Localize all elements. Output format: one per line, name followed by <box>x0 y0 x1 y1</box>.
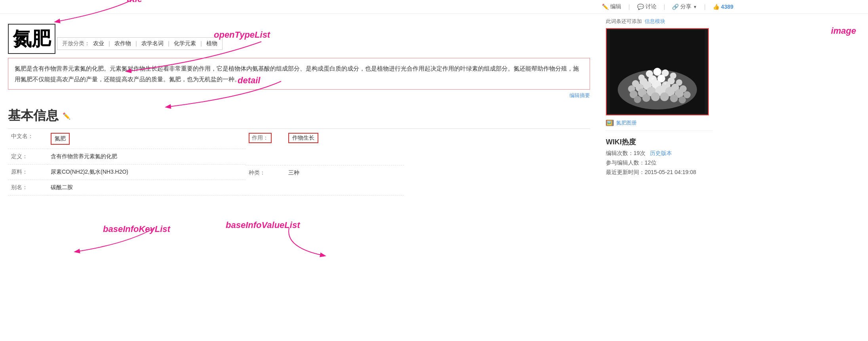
svg-point-28 <box>642 94 650 102</box>
value-material: 尿素CO(NH2)2,氨水(NH3.H2O) <box>48 165 246 180</box>
detail-box: 氮肥是含有作物营养元素氮的化肥。元素氮对作物生长起着非常重要的作用，它是植物体内… <box>8 58 590 90</box>
key-definition: 定义： <box>8 149 48 165</box>
open-type-label: 开放分类： <box>62 40 90 47</box>
annotation-value-list: baseInfoValueList <box>226 220 300 230</box>
info-module-link[interactable]: 信息模块 <box>645 18 665 24</box>
value-effect: 作物生长 <box>285 129 404 165</box>
value-alias: 碳酰二胺 <box>48 180 246 195</box>
open-type-item-0[interactable]: 农业 <box>93 40 104 47</box>
gallery-icon: 🖼️ <box>606 120 614 126</box>
key-chinese-name: 中文名： <box>8 129 48 149</box>
detail-text: 氮肥是含有作物营养元素氮的化肥。元素氮对作物生长起着非常重要的作用，它是植物体内… <box>15 65 579 82</box>
sep1: ｜ <box>133 40 139 47</box>
edit-button[interactable]: ✏️ 编辑 <box>602 3 621 10</box>
base-info-table-right: 作用： 作物生长 种类： 三种 <box>246 129 404 195</box>
edit-summary-link[interactable]: 编辑摘要 <box>8 92 590 99</box>
gallery-link[interactable]: 🖼️ 氮肥图册 <box>606 119 713 131</box>
svg-point-29 <box>651 92 660 101</box>
svg-point-33 <box>651 77 654 80</box>
arrow-key-list <box>8 216 285 264</box>
key-material: 原料： <box>8 165 48 180</box>
editors-count-row: 参与编辑人数：12位 <box>606 159 713 167</box>
key-type: 种类： <box>246 165 285 195</box>
toolbar-sep3: | <box>704 4 706 10</box>
svg-point-31 <box>670 94 678 102</box>
key-effect: 作用： <box>246 129 285 165</box>
like-button[interactable]: 👍 4389 <box>713 4 733 10</box>
open-type-bar: 开放分类： 农业 ｜ 农作物 ｜ 农学名词 ｜ 化学元素 ｜ 植物 <box>57 37 223 50</box>
sidebar-notice: 此词条还可添加 信息模块 <box>606 18 713 25</box>
annotation-image: image <box>831 26 856 36</box>
wiki-heat-section: WIKI热度 编辑次数：19次 历史版本 参与编辑人数：12位 最近更新时间：2… <box>606 137 713 176</box>
svg-point-4 <box>653 68 661 76</box>
section-edit-icon[interactable]: ✏️ <box>63 112 70 120</box>
sep2: ｜ <box>166 40 171 47</box>
key-alias: 别名： <box>8 180 48 195</box>
sep3: ｜ <box>198 40 204 47</box>
svg-point-30 <box>660 92 669 101</box>
chat-icon: 💬 <box>637 4 644 10</box>
toolbar-sep1: | <box>628 4 630 10</box>
share-button[interactable]: 🔗 分享 ▼ <box>672 3 697 10</box>
annotation-key-list: baseInfoKeyList <box>103 224 170 234</box>
page-title: 氮肥 <box>8 24 55 54</box>
history-link[interactable]: 历史版本 <box>650 150 672 157</box>
edit-count-row: 编辑次数：19次 历史版本 <box>606 150 713 157</box>
svg-point-27 <box>634 96 641 103</box>
last-update-row: 最近更新时间：2015-05-21 04:19:08 <box>606 169 713 176</box>
open-type-item-1[interactable]: 农作物 <box>114 40 131 47</box>
open-type-item-4[interactable]: 植物 <box>206 40 217 47</box>
pencil-icon: ✏️ <box>602 4 609 10</box>
right-sidebar: 此词条还可添加 信息模块 image <box>602 18 713 195</box>
section-title: 基本信息 ✏️ <box>8 107 590 125</box>
svg-point-34 <box>660 76 661 78</box>
value-chinese-name: 氮肥 <box>48 129 246 149</box>
dropdown-arrow: ▼ <box>693 5 697 9</box>
svg-point-35 <box>664 83 666 85</box>
open-type-item-2[interactable]: 农学名词 <box>141 40 164 47</box>
toolbar-sep2: | <box>664 4 665 10</box>
share-icon: 🔗 <box>672 4 679 10</box>
base-info-table-left: 中文名： 氮肥 定义： 含有作物营养元素氮的化肥 原料： 尿素CO(NH2)2,… <box>8 129 246 195</box>
arrow-value-list <box>8 212 364 268</box>
value-definition: 含有作物营养元素氮的化肥 <box>48 149 246 165</box>
open-type-item-3[interactable]: 化学元素 <box>174 40 196 47</box>
fertilizer-svg <box>610 30 705 113</box>
wiki-heat-title: WIKI热度 <box>606 137 713 147</box>
thumb-icon: 👍 <box>713 4 720 10</box>
value-type: 三种 <box>285 165 404 195</box>
fertilizer-image-box <box>606 28 709 115</box>
sep0: ｜ <box>107 40 112 47</box>
discuss-button[interactable]: 💬 讨论 <box>637 3 657 10</box>
svg-point-32 <box>679 96 686 103</box>
